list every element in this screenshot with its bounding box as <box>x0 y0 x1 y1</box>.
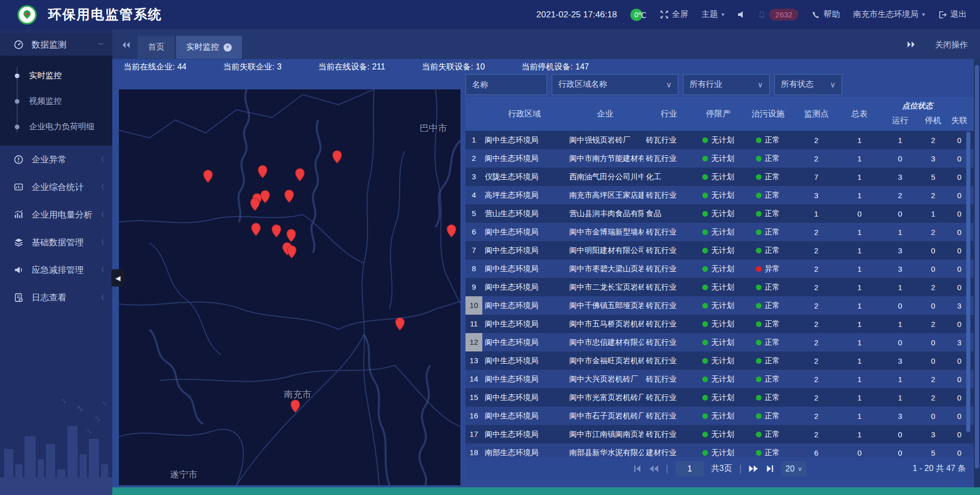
table-scrollbar-thumb[interactable] <box>966 132 970 432</box>
table-row[interactable]: 8 阆中生态环境局 阆中市枣碧大梁山页岩 砖瓦行业 无计划 异常 2 1 3 0… <box>465 260 974 278</box>
close-tab-icon[interactable]: × <box>224 43 232 52</box>
table-row[interactable]: 7 阆中生态环境局 阆中明阳建材有限公司 砖瓦行业 无计划 正常 2 1 3 0… <box>465 241 974 260</box>
sidebar-section-log-view[interactable]: 日志查看 〈 <box>0 284 112 311</box>
table-row[interactable]: 15 阆中生态环境局 阆中市光富页岩机砖厂 砖瓦行业 无计划 正常 2 1 1 … <box>465 388 974 407</box>
table-row[interactable]: 4 高坪生态环境局 南充市高坪区王家店建 砖瓦行业 无计划 正常 3 1 2 2… <box>465 186 974 204</box>
cell-points: 2 <box>793 283 839 292</box>
cell-stop-limit: 无计划 <box>694 374 743 384</box>
table-row[interactable]: 6 阆中生态环境局 阆中市金博瑞新型墙材 砖瓦行业 无计划 正常 2 1 1 2… <box>465 223 974 241</box>
table-row[interactable]: 3 仪陇生态环境局 西南油气田分公司川中 化工 无计划 正常 7 1 3 5 0 <box>465 168 974 186</box>
cell-facility: 正常 <box>743 319 794 329</box>
cell-stop-limit: 无计划 <box>694 246 743 255</box>
sidebar-section-enterprise-statistics[interactable]: 企业综合统计 〈 <box>0 173 112 201</box>
map-pin-icon[interactable] <box>286 229 296 242</box>
cell-facility: 正常 <box>743 356 794 366</box>
region-select[interactable]: 行政区域名称∨ <box>552 74 678 95</box>
table-row[interactable]: 18 南部生态环境局 南部县新华水泥有限公 建材行业 无计划 正常 6 0 0 … <box>465 443 974 457</box>
cell-facility: 正常 <box>743 209 794 219</box>
sidebar-section-base-data[interactable]: 基础数据管理 〈 <box>0 228 112 256</box>
cell-facility: 正常 <box>743 154 794 163</box>
map-pin-icon[interactable] <box>250 198 260 211</box>
sidebar-collapse-button[interactable]: ◀ <box>111 269 125 287</box>
first-page-button[interactable] <box>633 465 642 473</box>
map-pin-icon[interactable] <box>284 190 294 203</box>
notifications[interactable]: 2632 <box>758 9 798 20</box>
sidebar-item-realtime-monitoring[interactable]: 实时监控 <box>0 63 112 88</box>
page-number-input[interactable] <box>675 461 704 477</box>
fullscreen-button[interactable]: 全屏 <box>660 9 689 20</box>
map-pin-icon[interactable] <box>290 399 300 413</box>
map-pin-icon[interactable] <box>295 168 305 181</box>
mute-button[interactable] <box>738 11 745 18</box>
col-industry: 行业 <box>644 109 695 120</box>
sidebar-section-data-monitoring[interactable]: 数据监测 ﹀ <box>0 33 112 56</box>
stat-item: 当前在线设备:211 <box>318 62 385 73</box>
row-index: 7 <box>465 241 482 260</box>
map-pin-icon[interactable] <box>395 317 405 331</box>
status-dot-icon <box>702 193 708 198</box>
row-index: 17 <box>465 425 482 443</box>
next-page-button[interactable] <box>749 465 758 473</box>
table-row[interactable]: 14 阆中生态环境局 阆中大兴页岩机砖厂 砖瓦行业 无计划 正常 2 1 1 2… <box>465 370 974 388</box>
map-canvas[interactable]: 巴中市南充市遂宁市 <box>119 89 460 485</box>
sidebar-section-emergency-reduction[interactable]: 应急减排管理 〈 <box>0 256 112 284</box>
table-row[interactable]: 9 阆中生态环境局 阆中市二龙长宝页岩砖 砖瓦行业 无计划 正常 2 1 1 2… <box>465 278 974 296</box>
theme-menu[interactable]: 主题▾ <box>702 9 725 20</box>
map-pin-icon[interactable] <box>258 165 267 178</box>
map-pin-icon[interactable] <box>287 245 297 258</box>
logout-button[interactable]: 退出 <box>938 9 967 20</box>
cell-industry: 砖瓦行业 <box>644 301 695 311</box>
sidebar-section-power-usage-analysis[interactable]: 企业用电量分析 〈 <box>0 201 112 228</box>
status-dot-icon <box>702 395 708 400</box>
col-group-point-status: 点位状态 <box>870 101 965 111</box>
map-pin-icon[interactable] <box>272 224 281 238</box>
table-row[interactable]: 10 阆中生态环境局 阆中千佛镇五郎垭页岩 砖瓦行业 无计划 正常 2 1 0 … <box>465 296 974 315</box>
cell-region: 阆中生态环境局 <box>482 135 567 145</box>
sidebar-section-enterprise-abnormal[interactable]: 企业异常 〈 <box>0 146 112 173</box>
name-search-input[interactable] <box>465 74 547 95</box>
map-pin-icon[interactable] <box>203 170 213 183</box>
row-index: 8 <box>465 260 482 278</box>
table-row[interactable]: 5 营山生态环境局 营山县润丰肉食品有限 食品 无计划 正常 1 0 0 1 0 <box>465 204 974 223</box>
map-pin-icon[interactable] <box>260 190 270 203</box>
tab-home[interactable]: 首页 <box>138 36 175 59</box>
cell-facility: 正常 <box>743 135 794 145</box>
last-page-button[interactable] <box>766 465 774 473</box>
table-row[interactable]: 1 阆中生态环境局 阆中强锐页岩砖厂 砖瓦行业 无计划 正常 2 1 1 2 0 <box>465 131 974 149</box>
cell-region: 阆中生态环境局 <box>482 374 567 384</box>
tabs-scroll-left-button[interactable] <box>121 41 131 51</box>
map-pin-icon[interactable] <box>332 150 342 163</box>
cell-region: 阆中生态环境局 <box>482 301 567 311</box>
sidebar-item-video-monitoring[interactable]: 视频监控 <box>0 88 112 114</box>
page-scrollbar-thumb[interactable] <box>975 65 979 468</box>
page-size-select[interactable]: 20∨ <box>781 461 806 477</box>
cell-run: 0 <box>880 449 921 457</box>
table-row[interactable]: 12 阆中生态环境局 阆中市忠信建材有限公 砖瓦行业 无计划 正常 2 1 0 … <box>465 333 974 351</box>
page-scrollbar-track[interactable] <box>974 29 980 487</box>
cell-meters: 1 <box>839 246 880 255</box>
industry-select[interactable]: 所有行业∨ <box>683 74 770 95</box>
status-dot-icon <box>756 450 762 456</box>
cell-run: 0 <box>880 301 921 310</box>
cell-company: 西南油气田分公司川中 <box>567 172 643 182</box>
table-row[interactable]: 11 阆中生态环境局 阆中市五马桥页岩机砖 砖瓦行业 无计划 正常 2 1 1 … <box>465 315 974 333</box>
table-row[interactable]: 13 阆中生态环境局 阆中市金福旺页岩机砖 砖瓦行业 无计划 正常 2 1 3 … <box>465 351 974 370</box>
cell-stopped: 0 <box>920 412 946 420</box>
help-button[interactable]: 帮助 <box>812 9 840 20</box>
map-pin-icon[interactable] <box>447 224 456 238</box>
map-city-label: 南充市 <box>284 388 311 400</box>
table-row[interactable]: 16 阆中生态环境局 阆中市石子页岩机砖厂 砖瓦行业 无计划 正常 2 1 3 … <box>465 407 974 425</box>
table-row[interactable]: 17 阆中生态环境局 阆中市江南镇阆南页岩 砖瓦行业 无计划 正常 2 1 0 … <box>465 425 974 443</box>
table-row[interactable]: 2 阆中生态环境局 阆中市南方节能建材有 砖瓦行业 无计划 正常 2 1 0 3… <box>465 149 974 168</box>
status-dot-icon <box>702 156 708 161</box>
close-operations-menu[interactable]: 关闭操作 <box>935 40 968 51</box>
tab-realtime-monitoring[interactable]: 实时监控 × <box>176 36 242 59</box>
gauge-icon <box>13 40 23 50</box>
cell-run: 1 <box>880 136 921 145</box>
previous-page-button[interactable] <box>649 465 659 473</box>
map-pin-icon[interactable] <box>251 223 261 236</box>
status-select[interactable]: 所有状态∨ <box>774 74 842 95</box>
tabs-scroll-right-button[interactable] <box>906 41 916 50</box>
sidebar-item-power-load-detail[interactable]: 企业电力负荷明细 <box>0 114 112 139</box>
org-menu[interactable]: 南充市生态环境局▾ <box>853 9 925 20</box>
